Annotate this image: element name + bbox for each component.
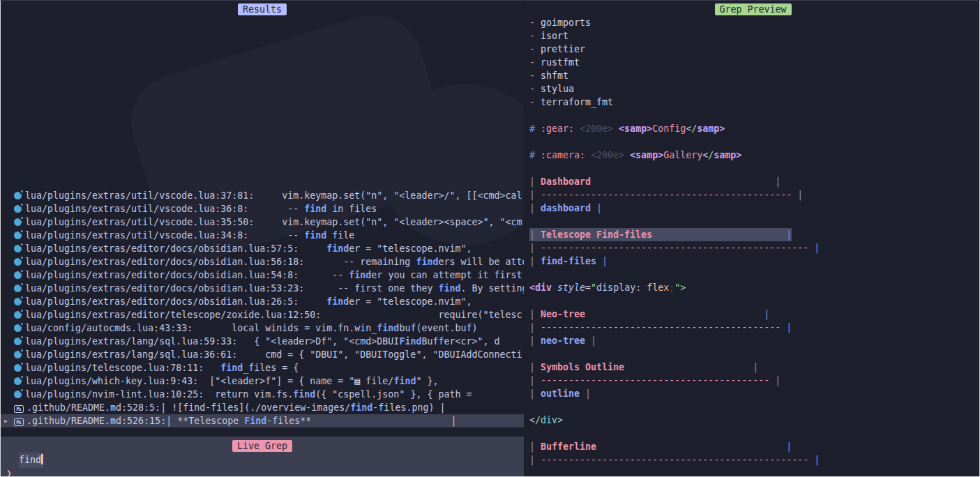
markdown-file-icon: M↓ [14,418,24,426]
preview-line [525,268,980,281]
preview-line: | --------------------------------------… [525,321,980,334]
selection-caret-icon: ▸ [3,414,8,427]
lua-file-icon [14,311,22,319]
match-text: find [326,243,349,254]
query-text: find [19,455,41,465]
result-row[interactable]: lua/plugins/extras/lang/sql.lua:36:61: c… [1,348,524,361]
lua-file-icon [14,298,22,305]
lua-file-icon [14,364,22,372]
preview-line [525,347,980,361]
preview-line: | dashboard | [525,202,980,215]
telescope-live-grep-window: Results lua/plugins/extras/util/vscode.l… [0,0,980,477]
result-row[interactable]: lua/config/autocmds.lua:43:33: local win… [1,321,524,335]
preview-line: | --------------------------------------… [525,453,980,467]
lua-file-icon [14,245,22,252]
preview-line: - rustfmt [525,56,980,69]
preview-line: | outline | [525,387,980,400]
lua-file-icon [14,377,22,385]
match-text: find [220,363,243,373]
preview-line: - stylua [525,82,980,96]
result-row[interactable]: lua/plugins/extras/editor/docs/obsidian.… [1,255,524,268]
preview-line: - terraform_fmt [525,96,980,109]
match-text: find [293,389,315,400]
match-text: find [438,283,460,294]
preview-line [525,427,980,440]
match-text: Find [244,416,266,426]
result-row[interactable]: M↓.github/README.md:528:5:| ![find-files… [1,401,524,414]
markdown-file-icon: M↓ [14,405,24,413]
match-text: Find [399,336,421,347]
preview-line: - goimports [525,16,980,29]
preview-line: | neo-tree | [525,334,980,347]
preview-line [525,109,980,122]
prompt-chevron-icon: ❯ [6,467,12,477]
preview-line: # :gear: <200e> <samp>Config</samp> [525,122,980,135]
text-cursor [41,454,43,464]
result-row[interactable]: ▸M↓.github/README.md:526:15:| **Telescop… [1,414,524,427]
result-row[interactable]: lua/plugins/extras/editor/docs/obsidian.… [1,282,524,295]
match-text: find [304,204,326,214]
result-row[interactable]: lua/plugins/nvim-lint.lua:10:25: return … [1,388,524,401]
result-row[interactable]: lua/plugins/extras/lang/sql.lua:59:33: {… [1,335,524,348]
lua-file-icon [14,391,22,398]
preview-line: # :camera: <200e> <samp>Gallery</samp> [525,149,980,162]
match-text: find [393,376,416,386]
result-row[interactable]: lua/plugins/which-key.lua:9:43: ["<leade… [1,374,524,388]
preview-line [525,400,980,414]
result-row[interactable]: lua/plugins/telescope.lua:78:11: find_fi… [1,361,524,374]
preview-line [525,215,980,228]
preview-line: - prettier [525,43,980,56]
preview-line [525,135,980,149]
lua-file-icon [14,285,22,292]
lua-file-icon [14,232,22,239]
match-text: find [304,230,326,241]
preview-line [525,162,980,175]
preview-line: | Dashboard | [525,175,980,188]
preview-line: | Telescope Find-files | [525,228,980,241]
match-text: find [377,323,399,333]
query-box[interactable]: find [19,453,43,468]
preview-line: | --------------------------------------… [525,374,980,387]
lua-file-icon [14,218,22,226]
preview-panel: Grep Preview - goimports- isort- prettie… [524,1,980,477]
preview-line: | --------------------------------------… [525,241,980,255]
preview-line [525,294,980,308]
result-row[interactable]: lua/plugins/extras/util/vscode.lua:35:50… [1,215,524,229]
match-text: find [416,257,438,267]
match-text: find [350,402,372,413]
lua-file-icon [14,258,22,266]
result-row[interactable]: lua/plugins/extras/editor/docs/obsidian.… [1,295,524,308]
preview-line: <div style="display: flex;"> [525,281,980,294]
preview-line: | --------------------------------------… [525,188,980,202]
preview-line: | Neo-tree | [525,308,980,321]
preview-line: - isort [525,29,980,43]
preview-line: | Symbols Outline | [525,361,980,374]
preview-highlighted-line: | Telescope Find-files | [529,228,792,241]
lua-file-icon [14,351,22,358]
preview-panel-title: Grep Preview [714,3,791,15]
result-row[interactable]: lua/plugins/extras/util/vscode.lua:37:81… [1,189,524,202]
results-list: lua/plugins/extras/util/vscode.lua:37:81… [1,189,524,427]
preview-line: </div> [525,414,980,427]
match-text: find [326,296,349,307]
search-input[interactable]: ❯ find 18 / 18 [1,453,524,467]
preview-line: | find-files | [525,255,980,268]
preview-line: - shfmt [525,69,980,82]
prompt-panel: Live Grep ❯ find 18 / 18 [1,437,524,477]
live-grep-panel-title: Live Grep [232,440,292,452]
lua-file-icon [14,192,22,199]
result-row[interactable]: lua/plugins/extras/util/vscode.lua:34:8:… [1,229,524,242]
match-text: find [349,270,371,280]
result-row[interactable]: lua/plugins/extras/editor/docs/obsidian.… [1,242,524,255]
result-row[interactable]: lua/plugins/extras/editor/telescope/zoxi… [1,308,524,321]
preview-line: | Bufferline | [525,440,980,453]
lua-file-icon [14,338,22,345]
result-row[interactable]: lua/plugins/extras/util/vscode.lua:36:8:… [1,202,524,215]
results-panel: Results lua/plugins/extras/util/vscode.l… [1,1,524,437]
preview-content: - goimports- isort- prettier- rustfmt- s… [525,16,980,467]
result-row[interactable]: lua/plugins/extras/editor/docs/obsidian.… [1,268,524,282]
lua-file-icon [14,205,22,213]
lua-file-icon [14,271,22,279]
results-panel-title: Results [238,3,287,15]
lua-file-icon [14,324,22,332]
